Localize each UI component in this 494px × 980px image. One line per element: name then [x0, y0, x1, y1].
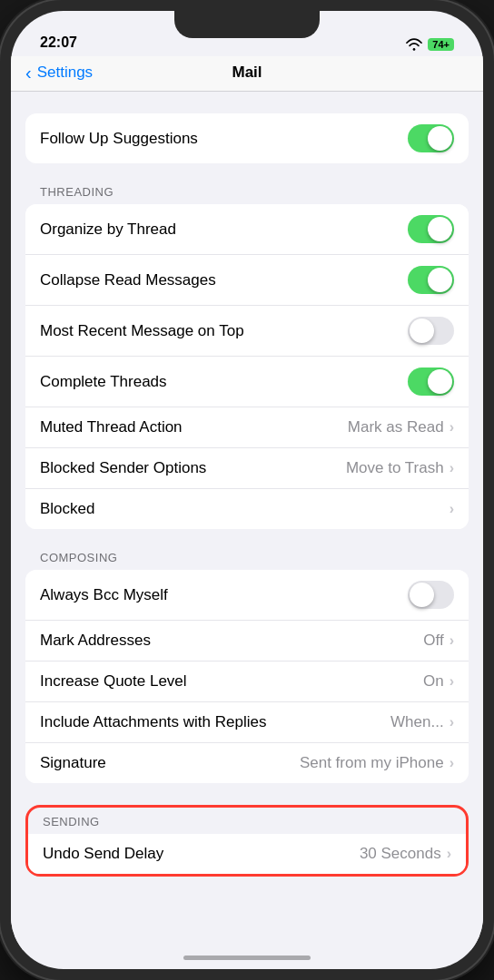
row-right: Sent from my iPhone ›: [300, 754, 454, 772]
phone-screen: 22:07 74+ ‹ Settings Mail: [11, 11, 483, 969]
undo-send-value: 30 Seconds: [360, 845, 441, 863]
list-item[interactable]: Always Bcc Myself: [25, 570, 469, 621]
toggle-thumb: [410, 318, 434, 343]
collapse-read-label: Collapse Read Messages: [40, 271, 216, 289]
composing-section: COMPOSING Always Bcc Myself Mark Address…: [11, 551, 483, 783]
toggle-thumb: [428, 268, 452, 292]
sending-highlighted-section: SENDING Undo Send Delay 30 Seconds ›: [25, 805, 469, 877]
back-label: Settings: [37, 64, 93, 82]
most-recent-toggle[interactable]: [408, 317, 454, 345]
blocked-sender-label: Blocked Sender Options: [40, 459, 206, 477]
back-chevron-icon: ‹: [25, 63, 32, 83]
row-right: When... ›: [390, 713, 454, 731]
chevron-right-icon: ›: [447, 846, 451, 862]
top-section-card: Follow Up Suggestions: [25, 113, 469, 163]
increase-quote-label: Increase Quote Level: [40, 672, 187, 691]
home-indicator: [183, 956, 311, 960]
list-item[interactable]: Blocked Sender Options Move to Trash ›: [25, 448, 469, 489]
mark-addresses-value: Off: [423, 632, 443, 650]
threading-section-header: THREADING: [11, 185, 483, 204]
row-label-follow-up: Follow Up Suggestions: [40, 130, 198, 148]
mark-addresses-label: Mark Addresses: [40, 632, 151, 650]
row-right: On ›: [423, 672, 454, 691]
signature-value: Sent from my iPhone: [300, 754, 444, 772]
chevron-right-icon: ›: [450, 419, 454, 436]
sending-section-header: SENDING: [28, 808, 466, 834]
top-section: Follow Up Suggestions: [11, 113, 483, 163]
complete-threads-label: Complete Threads: [40, 373, 167, 391]
threading-section: THREADING Organize by Thread Collapse Re…: [11, 185, 483, 529]
toggle-thumb: [428, 369, 452, 394]
row-right: ›: [450, 501, 454, 517]
always-bcc-label: Always Bcc Myself: [40, 586, 168, 604]
composing-section-header: COMPOSING: [11, 551, 483, 570]
list-item[interactable]: Organize by Thread: [25, 204, 469, 255]
organize-by-thread-label: Organize by Thread: [40, 220, 176, 239]
list-item[interactable]: Muted Thread Action Mark as Read ›: [25, 407, 469, 448]
muted-thread-value: Mark as Read: [348, 418, 444, 436]
row-right: 30 Seconds ›: [360, 845, 451, 863]
always-bcc-toggle[interactable]: [408, 581, 454, 609]
list-item[interactable]: Most Recent Message on Top: [25, 306, 469, 357]
signature-label: Signature: [40, 754, 106, 772]
list-item[interactable]: Include Attachments with Replies When...…: [25, 702, 469, 743]
sending-section: SENDING Undo Send Delay 30 Seconds ›: [11, 805, 483, 877]
navigation-bar: ‹ Settings Mail: [11, 56, 483, 92]
chevron-right-icon: ›: [450, 673, 454, 690]
chevron-right-icon: ›: [450, 632, 454, 649]
most-recent-label: Most Recent Message on Top: [40, 322, 244, 340]
list-item[interactable]: Undo Send Delay 30 Seconds ›: [28, 834, 466, 874]
sending-section-card: Undo Send Delay 30 Seconds ›: [28, 834, 466, 874]
complete-threads-toggle[interactable]: [408, 368, 454, 396]
include-attachments-label: Include Attachments with Replies: [40, 713, 266, 731]
scroll-content[interactable]: Follow Up Suggestions THREADING Organize…: [11, 92, 483, 950]
list-item[interactable]: Complete Threads: [25, 357, 469, 407]
chevron-right-icon: ›: [450, 714, 454, 730]
toggle-thumb: [428, 126, 452, 151]
blocked-label: Blocked: [40, 500, 94, 518]
chevron-right-icon: ›: [450, 755, 454, 771]
muted-thread-label: Muted Thread Action: [40, 418, 183, 436]
status-time: 22:07: [40, 34, 77, 51]
chevron-right-icon: ›: [450, 460, 454, 476]
list-item[interactable]: Blocked ›: [25, 489, 469, 529]
phone-frame: 22:07 74+ ‹ Settings Mail: [0, 0, 494, 980]
page-title: Mail: [232, 64, 262, 82]
notch: [174, 11, 320, 38]
composing-section-card: Always Bcc Myself Mark Addresses Off ›: [25, 570, 469, 783]
list-item[interactable]: Mark Addresses Off ›: [25, 621, 469, 662]
toggle-thumb: [428, 217, 452, 241]
battery-indicator: 74+: [428, 38, 454, 51]
list-item[interactable]: Signature Sent from my iPhone ›: [25, 743, 469, 783]
wifi-icon: [406, 38, 422, 51]
include-attachments-value: When...: [390, 713, 444, 731]
row-right: Off ›: [423, 632, 454, 650]
row-right: Mark as Read ›: [348, 418, 454, 436]
back-button[interactable]: ‹ Settings: [25, 63, 93, 83]
blocked-sender-value: Move to Trash: [346, 459, 444, 477]
list-item[interactable]: Collapse Read Messages: [25, 255, 469, 306]
follow-up-toggle[interactable]: [408, 124, 454, 152]
organize-by-thread-toggle[interactable]: [408, 215, 454, 243]
list-item[interactable]: Increase Quote Level On ›: [25, 662, 469, 702]
row-right: Move to Trash ›: [346, 459, 454, 477]
undo-send-label: Undo Send Delay: [43, 845, 163, 863]
list-item[interactable]: Follow Up Suggestions: [25, 113, 469, 163]
increase-quote-value: On: [423, 672, 444, 691]
chevron-right-icon: ›: [450, 501, 454, 517]
collapse-read-toggle[interactable]: [408, 266, 454, 294]
status-icons: 74+: [406, 38, 454, 51]
threading-section-card: Organize by Thread Collapse Read Message…: [25, 204, 469, 529]
toggle-thumb: [410, 583, 434, 607]
